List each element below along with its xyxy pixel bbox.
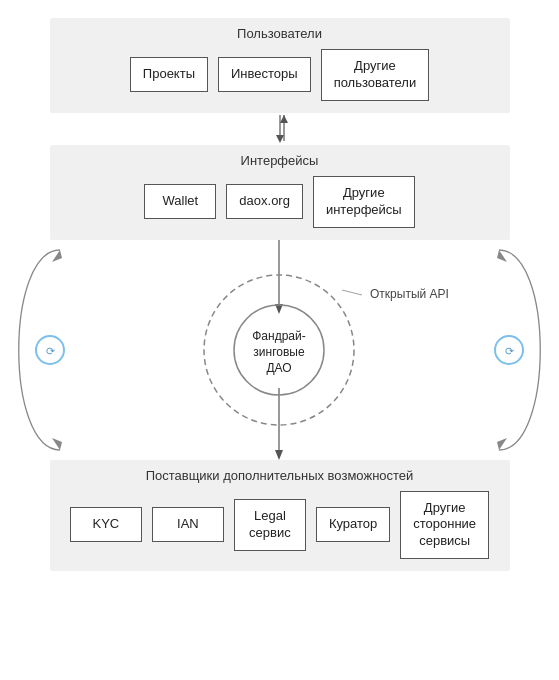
- svg-marker-3: [280, 115, 288, 123]
- providers-title: Поставщики дополнительных возможностей: [146, 468, 414, 483]
- svg-marker-1: [276, 135, 284, 143]
- diagram-container: Пользователи Проекты Инвесторы Другиепол…: [0, 0, 559, 680]
- users-title: Пользователи: [237, 26, 322, 41]
- providers-section: Поставщики дополнительных возможностей K…: [50, 460, 510, 572]
- arrow-users-interfaces: [50, 113, 510, 145]
- svg-marker-8: [497, 438, 507, 450]
- svg-marker-9: [497, 250, 507, 262]
- item-projects: Проекты: [130, 57, 208, 92]
- svg-marker-5: [52, 250, 62, 262]
- item-other-users: Другиепользователи: [321, 49, 430, 101]
- svg-line-19: [342, 290, 362, 295]
- interfaces-section: Интерфейсы Wallet daox.org Другиеинтерфе…: [50, 145, 510, 240]
- interfaces-items: Wallet daox.org Другиеинтерфейсы: [144, 176, 414, 228]
- users-section: Пользователи Проекты Инвесторы Другиепол…: [50, 18, 510, 113]
- users-items: Проекты Инвесторы Другиепользователи: [130, 49, 429, 101]
- svg-text:Фандрай-: Фандрай-: [252, 329, 305, 343]
- middle-section: ⟳ ⟳ Открытый API Фанд: [0, 240, 559, 460]
- svg-text:зинговые: зинговые: [253, 345, 305, 359]
- item-wallet: Wallet: [144, 184, 216, 219]
- item-curator: Куратор: [316, 507, 390, 542]
- middle-svg: ⟳ ⟳ Открытый API Фанд: [0, 240, 559, 460]
- providers-items: KYC IAN Legalсервис Куратор Другиесторон…: [70, 491, 489, 560]
- svg-text:Открытый API: Открытый API: [370, 287, 449, 301]
- svg-text:ДАО: ДАО: [266, 361, 291, 375]
- svg-text:⟳: ⟳: [46, 345, 55, 357]
- svg-marker-15: [275, 450, 283, 460]
- item-kyc: KYC: [70, 507, 142, 542]
- item-investors: Инвесторы: [218, 57, 311, 92]
- svg-marker-4: [52, 438, 62, 450]
- item-ian: IAN: [152, 507, 224, 542]
- item-daox: daox.org: [226, 184, 303, 219]
- svg-text:⟳: ⟳: [505, 345, 514, 357]
- item-other-services: Другиесторонниесервисы: [400, 491, 489, 560]
- item-other-interfaces: Другиеинтерфейсы: [313, 176, 415, 228]
- interfaces-title: Интерфейсы: [241, 153, 319, 168]
- item-legal: Legalсервис: [234, 499, 306, 551]
